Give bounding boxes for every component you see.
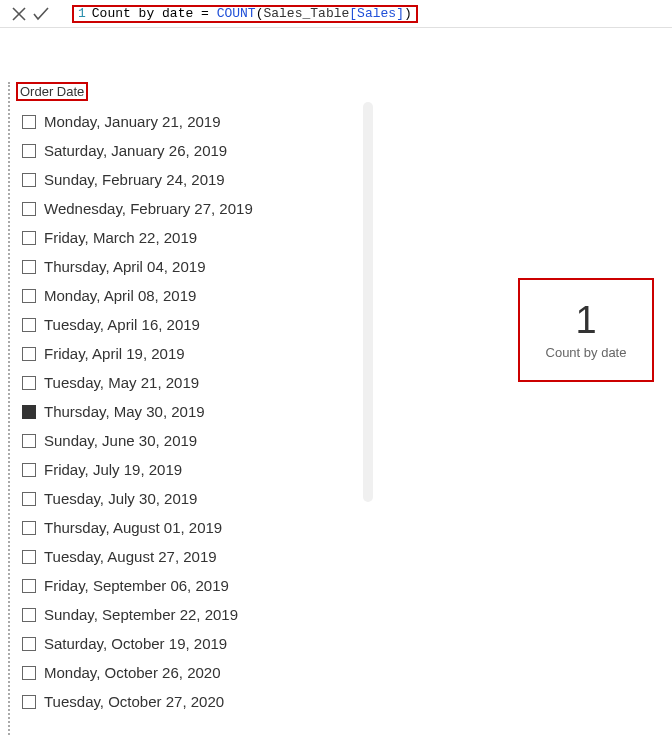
slicer-item[interactable]: Thursday, May 30, 2019 — [22, 397, 253, 426]
slicer-item-label: Thursday, May 30, 2019 — [44, 403, 205, 420]
slicer-item[interactable]: Saturday, January 26, 2019 — [22, 136, 253, 165]
slicer-item-label: Tuesday, July 30, 2019 — [44, 490, 197, 507]
slicer-item[interactable]: Wednesday, February 27, 2019 — [22, 194, 253, 223]
checkbox-icon[interactable] — [22, 405, 36, 419]
slicer-item-label: Friday, September 06, 2019 — [44, 577, 229, 594]
slicer-item-label: Thursday, August 01, 2019 — [44, 519, 222, 536]
checkbox-icon[interactable] — [22, 289, 36, 303]
slicer-item[interactable]: Thursday, April 04, 2019 — [22, 252, 253, 281]
slicer-item[interactable]: Friday, April 19, 2019 — [22, 339, 253, 368]
slicer-item-label: Sunday, February 24, 2019 — [44, 171, 225, 188]
formula-line-number: 1 — [78, 6, 86, 21]
slicer-item-label: Friday, April 19, 2019 — [44, 345, 185, 362]
slicer-item-label: Thursday, April 04, 2019 — [44, 258, 205, 275]
slicer-item[interactable]: Thursday, August 01, 2019 — [22, 513, 253, 542]
slicer-item-label: Tuesday, August 27, 2019 — [44, 548, 217, 565]
slicer-item[interactable]: Tuesday, July 30, 2019 — [22, 484, 253, 513]
slicer-item-label: Tuesday, April 16, 2019 — [44, 316, 200, 333]
slicer-item-label: Tuesday, October 27, 2020 — [44, 693, 224, 710]
date-slicer: Order Date Monday, January 21, 2019Satur… — [16, 82, 253, 737]
checkbox-icon[interactable] — [22, 173, 36, 187]
slicer-item-label: Monday, October 26, 2020 — [44, 664, 221, 681]
slicer-item-label: Saturday, January 26, 2019 — [44, 142, 227, 159]
checkbox-icon[interactable] — [22, 231, 36, 245]
slicer-item[interactable]: Sunday, June 30, 2019 — [22, 426, 253, 455]
slicer-item[interactable]: Tuesday, April 16, 2019 — [22, 310, 253, 339]
slicer-item[interactable]: Friday, September 06, 2019 — [22, 571, 253, 600]
slicer-item-label: Wednesday, February 27, 2019 — [44, 200, 253, 217]
slicer-item-label: Friday, July 19, 2019 — [44, 461, 182, 478]
cancel-icon[interactable] — [8, 3, 30, 25]
card-value: 1 — [575, 300, 596, 342]
checkbox-icon[interactable] — [22, 347, 36, 361]
slicer-item-label: Monday, April 08, 2019 — [44, 287, 196, 304]
checkbox-icon[interactable] — [22, 608, 36, 622]
checkbox-icon[interactable] — [22, 550, 36, 564]
slicer-item[interactable]: Monday, October 26, 2020 — [22, 658, 253, 687]
commit-icon[interactable] — [30, 3, 52, 25]
card-label: Count by date — [546, 345, 627, 360]
checkbox-icon[interactable] — [22, 376, 36, 390]
slicer-item[interactable]: Friday, March 22, 2019 — [22, 223, 253, 252]
slicer-item[interactable]: Tuesday, August 27, 2019 — [22, 542, 253, 571]
slicer-item-label: Saturday, October 19, 2019 — [44, 635, 227, 652]
count-card-visual[interactable]: 1 Count by date — [518, 278, 654, 382]
slicer-item[interactable]: Tuesday, October 27, 2020 — [22, 687, 253, 716]
checkbox-icon[interactable] — [22, 492, 36, 506]
slicer-item[interactable]: Tuesday, May 21, 2019 — [22, 368, 253, 397]
checkbox-icon[interactable] — [22, 260, 36, 274]
slicer-item[interactable]: Sunday, February 24, 2019 — [22, 165, 253, 194]
checkbox-icon[interactable] — [22, 144, 36, 158]
formula-bar[interactable]: 1 Count by date = COUNT(Sales_Table[Sale… — [72, 5, 418, 23]
slicer-header[interactable]: Order Date — [16, 82, 88, 101]
slicer-item-label: Sunday, June 30, 2019 — [44, 432, 197, 449]
formula-text: Count by date = COUNT(Sales_Table[Sales]… — [92, 6, 412, 21]
checkbox-icon[interactable] — [22, 434, 36, 448]
slicer-item[interactable]: Monday, April 08, 2019 — [22, 281, 253, 310]
slicer-item[interactable]: Sunday, September 22, 2019 — [22, 600, 253, 629]
slicer-item[interactable]: Friday, July 19, 2019 — [22, 455, 253, 484]
slicer-scrollbar[interactable] — [363, 102, 373, 502]
slicer-item[interactable]: Saturday, October 19, 2019 — [22, 629, 253, 658]
visual-selection-edge — [8, 82, 10, 737]
checkbox-icon[interactable] — [22, 521, 36, 535]
checkbox-icon[interactable] — [22, 666, 36, 680]
slicer-item-label: Friday, March 22, 2019 — [44, 229, 197, 246]
checkbox-icon[interactable] — [22, 579, 36, 593]
slicer-checkbox-list: Monday, January 21, 2019Saturday, Januar… — [22, 107, 253, 716]
checkbox-icon[interactable] — [22, 318, 36, 332]
checkbox-icon[interactable] — [22, 695, 36, 709]
checkbox-icon[interactable] — [22, 463, 36, 477]
checkbox-icon[interactable] — [22, 637, 36, 651]
checkbox-icon[interactable] — [22, 202, 36, 216]
checkbox-icon[interactable] — [22, 115, 36, 129]
slicer-item-label: Sunday, September 22, 2019 — [44, 606, 238, 623]
formula-bar-top: 1 Count by date = COUNT(Sales_Table[Sale… — [0, 0, 672, 28]
slicer-item-label: Tuesday, May 21, 2019 — [44, 374, 199, 391]
slicer-item-label: Monday, January 21, 2019 — [44, 113, 221, 130]
slicer-item[interactable]: Monday, January 21, 2019 — [22, 107, 253, 136]
